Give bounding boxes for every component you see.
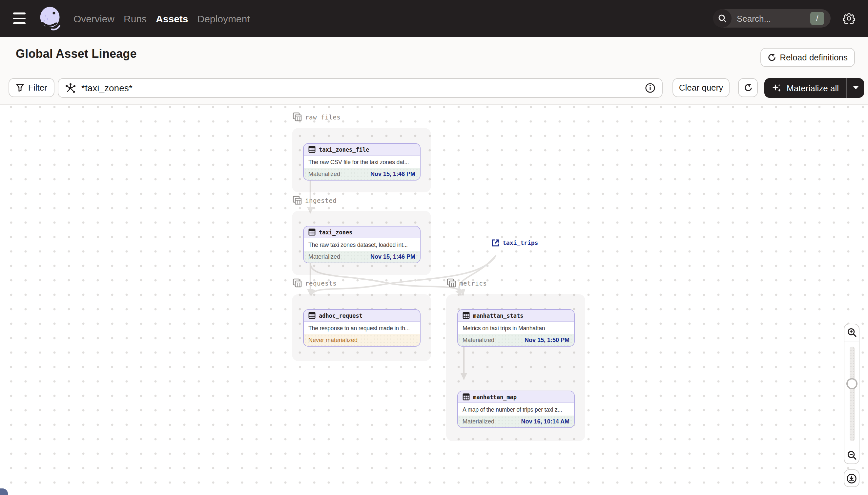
nav-runs[interactable]: Runs xyxy=(124,13,147,24)
asset-name: adhoc_request xyxy=(319,312,362,319)
primary-nav: Overview Runs Assets Deployment xyxy=(73,13,250,24)
materialize-all-button[interactable]: Materialize all xyxy=(764,78,864,98)
table-icon xyxy=(463,312,470,319)
status-label: Never materialized xyxy=(308,337,358,343)
download-icon xyxy=(846,473,857,483)
lineage-toolbar: Filter Clear query xyxy=(0,71,868,105)
group-label-requests[interactable]: requests xyxy=(293,278,337,288)
table-icon xyxy=(308,312,316,319)
sparkle-icon xyxy=(772,83,782,93)
page-header: Global Asset Lineage Reload definitions xyxy=(0,37,868,71)
asset-status-row: Never materialized xyxy=(304,334,420,346)
asset-description: The raw taxi zones dataset, loaded int..… xyxy=(304,239,420,251)
lineage-canvas[interactable]: raw_files ingested requests xyxy=(0,105,868,495)
table-icon xyxy=(308,146,316,153)
refresh-graph-button[interactable] xyxy=(738,78,758,97)
asset-group-icon xyxy=(293,278,302,288)
asset-description: A map of the number of trips per taxi z.… xyxy=(458,404,574,415)
asset-status-row: Materialized Nov 15, 1:46 PM xyxy=(304,168,420,180)
group-label-raw-files[interactable]: raw_files xyxy=(293,112,340,121)
filter-icon xyxy=(16,83,24,92)
asset-status-row: Materialized Nov 15, 1:50 PM xyxy=(458,334,574,346)
asset-group-icon xyxy=(447,278,456,288)
asset-name: taxi_zones_file xyxy=(319,146,369,153)
group-label-metrics[interactable]: metrics xyxy=(447,278,487,288)
nav-overview[interactable]: Overview xyxy=(73,13,114,24)
dagster-logo[interactable] xyxy=(38,6,63,31)
settings-button[interactable] xyxy=(836,6,862,31)
nav-deployment[interactable]: Deployment xyxy=(197,13,250,24)
table-icon xyxy=(463,393,470,400)
status-label: Materialized xyxy=(463,337,494,343)
asset-node-manhattan-stats[interactable]: manhattan_stats Metrics on taxi trips in… xyxy=(457,309,575,347)
zoom-in-button[interactable] xyxy=(844,324,860,341)
search-icon xyxy=(713,9,731,28)
asset-node-adhoc-request[interactable]: adhoc_request The response to an request… xyxy=(303,309,421,347)
menu-button[interactable] xyxy=(13,11,30,25)
status-timestamp[interactable]: Nov 16, 10:14 AM xyxy=(521,418,569,425)
asset-name: taxi_zones xyxy=(319,229,352,235)
asset-query-input[interactable] xyxy=(81,83,645,93)
search-box[interactable]: / xyxy=(713,9,831,28)
zoom-out-icon xyxy=(847,450,856,460)
app-root: Overview Runs Assets Deployment / Globa xyxy=(0,0,868,495)
lineage-edges xyxy=(0,105,868,495)
gear-icon xyxy=(843,13,855,24)
slash-shortcut-badge: / xyxy=(810,12,824,25)
external-asset-taxi-trips[interactable]: taxi_trips xyxy=(491,239,538,247)
reload-definitions-button[interactable]: Reload definitions xyxy=(760,48,855,67)
table-icon xyxy=(308,228,316,236)
info-icon[interactable] xyxy=(645,83,655,93)
status-timestamp[interactable]: Nov 15, 1:50 PM xyxy=(525,337,569,343)
asset-name: manhattan_map xyxy=(473,394,517,400)
asset-group-icon xyxy=(293,112,302,121)
filter-button[interactable]: Filter xyxy=(8,78,54,97)
asset-node-manhattan-map[interactable]: manhattan_map A map of the number of tri… xyxy=(457,391,575,428)
download-graph-button[interactable] xyxy=(844,470,860,487)
refresh-icon xyxy=(744,83,752,92)
zoom-slider[interactable] xyxy=(844,341,860,446)
status-timestamp[interactable]: Nov 15, 1:46 PM xyxy=(370,253,415,260)
caret-down-icon xyxy=(853,86,859,90)
page-title: Global Asset Lineage xyxy=(16,47,137,61)
zoom-controls xyxy=(844,324,860,464)
materialize-options-button[interactable] xyxy=(847,78,864,98)
zoom-out-button[interactable] xyxy=(844,446,860,464)
asset-group-icon xyxy=(293,195,302,205)
asset-description: The response to an request made in th... xyxy=(304,322,420,334)
asset-node-taxi-zones-file[interactable]: taxi_zones_file The raw CSV file for the… xyxy=(303,143,421,181)
status-label: Materialized xyxy=(463,418,494,425)
zoom-slider-track[interactable] xyxy=(850,347,855,441)
asset-status-row: Materialized Nov 15, 1:46 PM xyxy=(304,251,420,262)
asset-name: manhattan_stats xyxy=(473,312,524,319)
top-nav-bar: Overview Runs Assets Deployment / xyxy=(0,0,868,37)
external-link-icon xyxy=(491,239,499,247)
nav-assets[interactable]: Assets xyxy=(156,13,188,24)
status-timestamp[interactable]: Nov 15, 1:46 PM xyxy=(370,171,415,177)
asset-description: The raw CSV file for the taxi zones dat.… xyxy=(304,156,420,168)
group-label-ingested[interactable]: ingested xyxy=(293,195,337,205)
clear-query-button[interactable]: Clear query xyxy=(672,78,730,97)
status-label: Materialized xyxy=(308,171,340,177)
asset-selection-input[interactable] xyxy=(58,78,663,98)
status-label: Materialized xyxy=(308,253,340,260)
hamburger-icon xyxy=(13,13,25,14)
refresh-icon xyxy=(767,53,776,62)
zoom-in-icon xyxy=(847,328,856,338)
search-input[interactable] xyxy=(737,14,802,23)
op-selector-icon xyxy=(65,82,76,93)
asset-node-taxi-zones[interactable]: taxi_zones The raw taxi zones dataset, l… xyxy=(303,226,421,263)
asset-description: Metrics on taxi trips in Manhattan xyxy=(458,322,574,334)
zoom-slider-handle[interactable] xyxy=(846,378,857,389)
asset-status-row: Materialized Nov 16, 10:14 AM xyxy=(458,415,574,427)
